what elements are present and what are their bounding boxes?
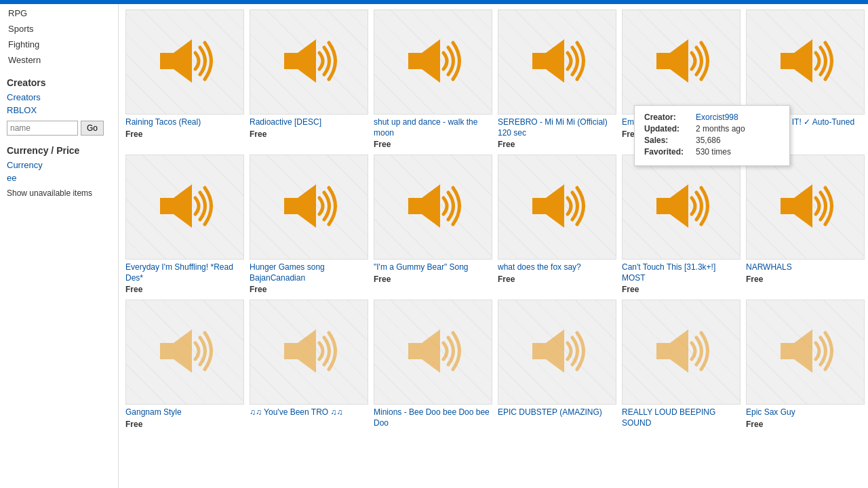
- svg-rect-4: [408, 53, 422, 69]
- svg-rect-14: [284, 198, 298, 214]
- item-card[interactable]: Eminem - I'm Not Afraid Free: [622, 9, 741, 149]
- speaker-icon: [651, 34, 712, 90]
- item-card[interactable]: NARWHALS Free: [746, 155, 865, 294]
- svg-rect-0: [160, 53, 174, 69]
- svg-rect-28: [408, 343, 422, 359]
- item-card[interactable]: Everyday I'm Shuffling! *Read Des* Free: [125, 155, 244, 294]
- sidebar-item-fighting[interactable]: Fighting: [7, 37, 111, 52]
- item-price: Free: [125, 285, 244, 294]
- item-title[interactable]: Radioactive [DESC]: [250, 117, 368, 128]
- svg-marker-17: [422, 184, 440, 228]
- item-title[interactable]: Raining Tacos (Real): [125, 117, 244, 128]
- item-thumbnail: [746, 300, 865, 405]
- svg-rect-16: [408, 198, 422, 214]
- sidebar-item-western[interactable]: Western: [7, 52, 111, 68]
- unavailable-toggle[interactable]: Show unavailable items: [7, 188, 111, 198]
- speaker-icon: [527, 34, 588, 90]
- item-card[interactable]: SEREBRO - Mi Mi Mi (Official) 120 sec Fr…: [498, 9, 616, 149]
- creator-name-input[interactable]: [7, 121, 78, 136]
- item-title[interactable]: Minions - Bee Doo bee Doo bee Doo: [374, 407, 492, 428]
- svg-rect-6: [532, 53, 546, 69]
- svg-rect-26: [284, 343, 298, 359]
- go-button[interactable]: Go: [81, 121, 104, 136]
- speaker-icon: [279, 179, 340, 235]
- item-thumbnail: [622, 9, 741, 115]
- svg-marker-13: [174, 184, 192, 228]
- item-title[interactable]: Epic Sax Guy: [746, 407, 865, 418]
- item-title[interactable]: "I'm a Gummy Bear" Song: [374, 262, 492, 273]
- item-price: Free: [498, 140, 616, 149]
- svg-marker-21: [670, 184, 688, 228]
- svg-rect-20: [656, 198, 670, 214]
- svg-marker-31: [546, 329, 564, 373]
- svg-marker-35: [794, 329, 812, 373]
- item-title[interactable]: Eminem - I'm Not Afraid: [622, 117, 741, 128]
- svg-marker-11: [794, 39, 812, 83]
- item-thumbnail: [125, 300, 244, 405]
- item-thumbnail: [374, 155, 492, 260]
- speaker-icon: [279, 324, 340, 380]
- item-title[interactable]: SEREBRO - Mi Mi Mi (Official) 120 sec: [498, 117, 616, 138]
- item-card[interactable]: Radioactive [DESC] Free: [250, 9, 368, 149]
- item-price: Free: [746, 140, 865, 149]
- item-title[interactable]: shut up and dance - walk the moon: [374, 117, 492, 138]
- svg-marker-25: [174, 329, 192, 373]
- item-title[interactable]: what does the fox say?: [498, 262, 616, 273]
- item-price: Free: [374, 274, 492, 284]
- item-card[interactable]: EPIC DUBSTEP (AMAZING): [498, 300, 616, 429]
- item-title[interactable]: Hunger Games song BajanCanadian: [250, 262, 368, 283]
- item-card[interactable]: Hunger Games song BajanCanadian Free: [250, 155, 368, 294]
- item-card[interactable]: ✓ JUST DO IT! ✓ Auto-Tuned Shia Free: [746, 9, 865, 149]
- price-section: Currency / Price Currency ee Show unavai…: [7, 145, 111, 198]
- item-title[interactable]: EPIC DUBSTEP (AMAZING): [498, 407, 616, 418]
- svg-marker-9: [670, 39, 688, 83]
- free-link[interactable]: ee: [7, 171, 111, 184]
- item-card[interactable]: REALLY LOUD BEEPING SOUND: [622, 300, 741, 429]
- rblox-link[interactable]: RBLOX: [7, 104, 111, 117]
- currency-link[interactable]: Currency: [7, 159, 111, 171]
- item-thumbnail: [250, 155, 368, 260]
- svg-rect-12: [160, 198, 174, 214]
- item-card[interactable]: what does the fox say? Free: [498, 155, 616, 294]
- item-price: Free: [125, 420, 244, 429]
- sidebar-item-sports[interactable]: Sports: [7, 21, 111, 37]
- speaker-icon: [155, 324, 216, 380]
- item-title[interactable]: Everyday I'm Shuffling! *Read Des*: [125, 262, 244, 283]
- sidebar-item-rpg[interactable]: RPG: [7, 5, 111, 21]
- item-thumbnail: [498, 9, 616, 115]
- item-thumbnail: [746, 9, 865, 115]
- item-title[interactable]: NARWHALS: [746, 262, 865, 273]
- item-thumbnail: [746, 155, 865, 260]
- item-card[interactable]: Minions - Bee Doo bee Doo bee Doo: [374, 300, 492, 429]
- item-title[interactable]: ✓ JUST DO IT! ✓ Auto-Tuned Shia: [746, 117, 865, 138]
- item-thumbnail: [374, 300, 492, 405]
- item-card[interactable]: Raining Tacos (Real) Free: [125, 9, 244, 149]
- item-card[interactable]: Gangnam Style Free: [125, 300, 244, 429]
- item-title[interactable]: Gangnam Style: [125, 407, 244, 418]
- creators-label[interactable]: Creators: [7, 91, 111, 104]
- creators-section-title: Creators: [7, 77, 111, 88]
- item-card[interactable]: "I'm a Gummy Bear" Song Free: [374, 155, 492, 294]
- item-price: Free: [622, 285, 741, 294]
- svg-rect-18: [532, 198, 546, 214]
- speaker-icon: [279, 34, 340, 90]
- item-card[interactable]: Can't Touch This [31.3k+!] MOST Free: [622, 155, 741, 294]
- item-title[interactable]: ♫♫ You've Been TRO ♫♫: [250, 407, 368, 418]
- speaker-icon: [155, 179, 216, 235]
- item-card[interactable]: shut up and dance - walk the moon Free: [374, 9, 492, 149]
- svg-rect-32: [656, 343, 670, 359]
- item-title[interactable]: Can't Touch This [31.3k+!] MOST: [622, 262, 741, 283]
- speaker-icon: [651, 324, 712, 380]
- speaker-icon: [775, 34, 836, 90]
- svg-rect-22: [781, 198, 794, 214]
- item-thumbnail: [250, 300, 368, 405]
- svg-marker-7: [546, 39, 564, 83]
- svg-marker-3: [298, 39, 316, 83]
- item-title[interactable]: REALLY LOUD BEEPING SOUND: [622, 407, 741, 428]
- main-content: Raining Tacos (Real) Free Radioactive [D…: [119, 0, 868, 488]
- svg-rect-2: [284, 53, 298, 69]
- svg-rect-34: [781, 343, 794, 359]
- item-card[interactable]: ♫♫ You've Been TRO ♫♫: [250, 300, 368, 429]
- item-card[interactable]: Epic Sax Guy Free: [746, 300, 865, 429]
- item-thumbnail: [622, 300, 741, 405]
